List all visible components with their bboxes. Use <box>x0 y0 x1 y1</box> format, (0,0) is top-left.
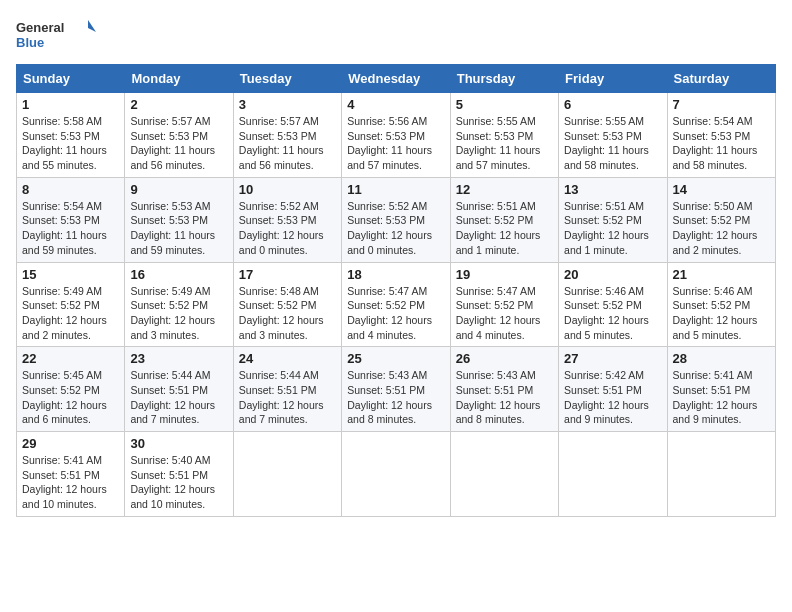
day-number: 3 <box>239 97 336 112</box>
day-number: 23 <box>130 351 227 366</box>
day-detail: Sunrise: 5:53 AMSunset: 5:53 PMDaylight:… <box>130 199 227 258</box>
calendar-cell: 30Sunrise: 5:40 AMSunset: 5:51 PMDayligh… <box>125 432 233 517</box>
calendar-cell: 24Sunrise: 5:44 AMSunset: 5:51 PMDayligh… <box>233 347 341 432</box>
day-number: 9 <box>130 182 227 197</box>
day-detail: Sunrise: 5:55 AMSunset: 5:53 PMDaylight:… <box>456 114 553 173</box>
calendar-week-row: 1Sunrise: 5:58 AMSunset: 5:53 PMDaylight… <box>17 93 776 178</box>
day-of-week-header: Tuesday <box>233 65 341 93</box>
calendar-cell: 10Sunrise: 5:52 AMSunset: 5:53 PMDayligh… <box>233 177 341 262</box>
day-detail: Sunrise: 5:49 AMSunset: 5:52 PMDaylight:… <box>22 284 119 343</box>
day-number: 4 <box>347 97 444 112</box>
day-detail: Sunrise: 5:58 AMSunset: 5:53 PMDaylight:… <box>22 114 119 173</box>
logo-svg: General Blue <box>16 16 96 56</box>
calendar-cell <box>559 432 667 517</box>
calendar-cell: 4Sunrise: 5:56 AMSunset: 5:53 PMDaylight… <box>342 93 450 178</box>
day-detail: Sunrise: 5:54 AMSunset: 5:53 PMDaylight:… <box>673 114 770 173</box>
day-number: 7 <box>673 97 770 112</box>
calendar-week-row: 29Sunrise: 5:41 AMSunset: 5:51 PMDayligh… <box>17 432 776 517</box>
day-number: 29 <box>22 436 119 451</box>
calendar-table: SundayMondayTuesdayWednesdayThursdayFrid… <box>16 64 776 517</box>
calendar-cell: 9Sunrise: 5:53 AMSunset: 5:53 PMDaylight… <box>125 177 233 262</box>
day-of-week-header: Saturday <box>667 65 775 93</box>
day-number: 16 <box>130 267 227 282</box>
day-detail: Sunrise: 5:46 AMSunset: 5:52 PMDaylight:… <box>564 284 661 343</box>
logo: General Blue <box>16 16 96 56</box>
calendar-header-row: SundayMondayTuesdayWednesdayThursdayFrid… <box>17 65 776 93</box>
day-detail: Sunrise: 5:41 AMSunset: 5:51 PMDaylight:… <box>673 368 770 427</box>
calendar-cell: 15Sunrise: 5:49 AMSunset: 5:52 PMDayligh… <box>17 262 125 347</box>
calendar-cell: 2Sunrise: 5:57 AMSunset: 5:53 PMDaylight… <box>125 93 233 178</box>
day-number: 19 <box>456 267 553 282</box>
day-detail: Sunrise: 5:44 AMSunset: 5:51 PMDaylight:… <box>130 368 227 427</box>
day-number: 10 <box>239 182 336 197</box>
day-detail: Sunrise: 5:51 AMSunset: 5:52 PMDaylight:… <box>456 199 553 258</box>
day-detail: Sunrise: 5:43 AMSunset: 5:51 PMDaylight:… <box>456 368 553 427</box>
day-detail: Sunrise: 5:52 AMSunset: 5:53 PMDaylight:… <box>347 199 444 258</box>
day-number: 17 <box>239 267 336 282</box>
day-number: 20 <box>564 267 661 282</box>
svg-marker-2 <box>88 20 96 32</box>
calendar-cell: 13Sunrise: 5:51 AMSunset: 5:52 PMDayligh… <box>559 177 667 262</box>
day-number: 25 <box>347 351 444 366</box>
day-number: 24 <box>239 351 336 366</box>
day-detail: Sunrise: 5:57 AMSunset: 5:53 PMDaylight:… <box>239 114 336 173</box>
day-number: 5 <box>456 97 553 112</box>
day-detail: Sunrise: 5:48 AMSunset: 5:52 PMDaylight:… <box>239 284 336 343</box>
calendar-cell: 22Sunrise: 5:45 AMSunset: 5:52 PMDayligh… <box>17 347 125 432</box>
day-detail: Sunrise: 5:54 AMSunset: 5:53 PMDaylight:… <box>22 199 119 258</box>
day-number: 2 <box>130 97 227 112</box>
day-number: 13 <box>564 182 661 197</box>
day-detail: Sunrise: 5:41 AMSunset: 5:51 PMDaylight:… <box>22 453 119 512</box>
calendar-cell: 6Sunrise: 5:55 AMSunset: 5:53 PMDaylight… <box>559 93 667 178</box>
day-detail: Sunrise: 5:47 AMSunset: 5:52 PMDaylight:… <box>456 284 553 343</box>
day-number: 12 <box>456 182 553 197</box>
page-header: General Blue <box>16 16 776 56</box>
calendar-cell: 14Sunrise: 5:50 AMSunset: 5:52 PMDayligh… <box>667 177 775 262</box>
calendar-cell: 20Sunrise: 5:46 AMSunset: 5:52 PMDayligh… <box>559 262 667 347</box>
day-of-week-header: Monday <box>125 65 233 93</box>
day-of-week-header: Friday <box>559 65 667 93</box>
calendar-cell: 23Sunrise: 5:44 AMSunset: 5:51 PMDayligh… <box>125 347 233 432</box>
calendar-cell <box>667 432 775 517</box>
calendar-cell: 12Sunrise: 5:51 AMSunset: 5:52 PMDayligh… <box>450 177 558 262</box>
day-detail: Sunrise: 5:46 AMSunset: 5:52 PMDaylight:… <box>673 284 770 343</box>
calendar-cell: 1Sunrise: 5:58 AMSunset: 5:53 PMDaylight… <box>17 93 125 178</box>
day-number: 14 <box>673 182 770 197</box>
calendar-cell: 21Sunrise: 5:46 AMSunset: 5:52 PMDayligh… <box>667 262 775 347</box>
svg-text:Blue: Blue <box>16 35 44 50</box>
day-detail: Sunrise: 5:40 AMSunset: 5:51 PMDaylight:… <box>130 453 227 512</box>
calendar-week-row: 15Sunrise: 5:49 AMSunset: 5:52 PMDayligh… <box>17 262 776 347</box>
day-detail: Sunrise: 5:55 AMSunset: 5:53 PMDaylight:… <box>564 114 661 173</box>
calendar-cell <box>342 432 450 517</box>
day-number: 26 <box>456 351 553 366</box>
calendar-cell: 3Sunrise: 5:57 AMSunset: 5:53 PMDaylight… <box>233 93 341 178</box>
calendar-cell: 26Sunrise: 5:43 AMSunset: 5:51 PMDayligh… <box>450 347 558 432</box>
day-detail: Sunrise: 5:51 AMSunset: 5:52 PMDaylight:… <box>564 199 661 258</box>
day-number: 8 <box>22 182 119 197</box>
day-number: 22 <box>22 351 119 366</box>
svg-text:General: General <box>16 20 64 35</box>
calendar-cell: 5Sunrise: 5:55 AMSunset: 5:53 PMDaylight… <box>450 93 558 178</box>
day-of-week-header: Wednesday <box>342 65 450 93</box>
calendar-cell: 8Sunrise: 5:54 AMSunset: 5:53 PMDaylight… <box>17 177 125 262</box>
day-number: 28 <box>673 351 770 366</box>
calendar-week-row: 8Sunrise: 5:54 AMSunset: 5:53 PMDaylight… <box>17 177 776 262</box>
day-detail: Sunrise: 5:44 AMSunset: 5:51 PMDaylight:… <box>239 368 336 427</box>
day-detail: Sunrise: 5:42 AMSunset: 5:51 PMDaylight:… <box>564 368 661 427</box>
day-number: 21 <box>673 267 770 282</box>
calendar-cell: 16Sunrise: 5:49 AMSunset: 5:52 PMDayligh… <box>125 262 233 347</box>
calendar-cell: 29Sunrise: 5:41 AMSunset: 5:51 PMDayligh… <box>17 432 125 517</box>
calendar-cell: 11Sunrise: 5:52 AMSunset: 5:53 PMDayligh… <box>342 177 450 262</box>
calendar-cell: 18Sunrise: 5:47 AMSunset: 5:52 PMDayligh… <box>342 262 450 347</box>
day-number: 30 <box>130 436 227 451</box>
day-detail: Sunrise: 5:56 AMSunset: 5:53 PMDaylight:… <box>347 114 444 173</box>
calendar-cell <box>233 432 341 517</box>
day-detail: Sunrise: 5:47 AMSunset: 5:52 PMDaylight:… <box>347 284 444 343</box>
day-number: 6 <box>564 97 661 112</box>
day-number: 18 <box>347 267 444 282</box>
calendar-cell: 28Sunrise: 5:41 AMSunset: 5:51 PMDayligh… <box>667 347 775 432</box>
day-of-week-header: Thursday <box>450 65 558 93</box>
day-number: 27 <box>564 351 661 366</box>
calendar-cell: 7Sunrise: 5:54 AMSunset: 5:53 PMDaylight… <box>667 93 775 178</box>
day-detail: Sunrise: 5:43 AMSunset: 5:51 PMDaylight:… <box>347 368 444 427</box>
